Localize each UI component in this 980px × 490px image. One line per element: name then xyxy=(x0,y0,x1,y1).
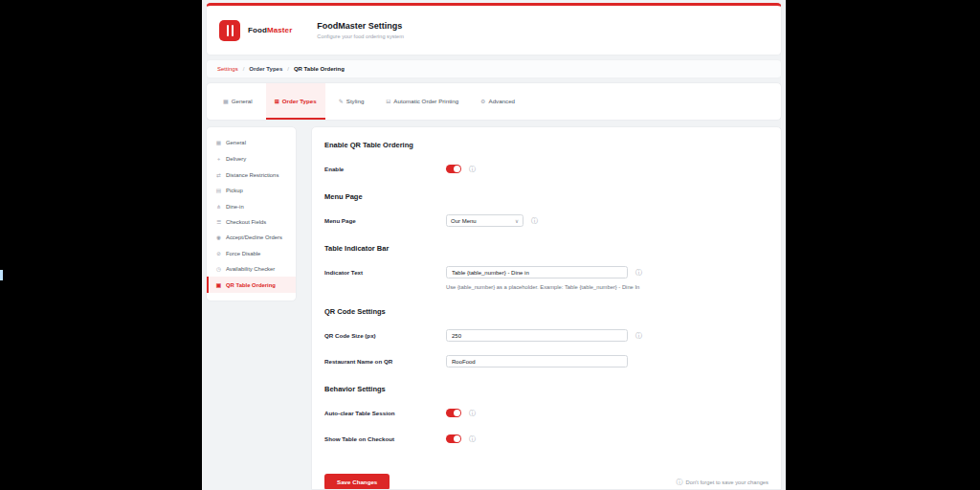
info-icon[interactable]: ⓘ xyxy=(635,269,642,276)
sidebar-item-availability-checker[interactable]: ◷ Availability Checker xyxy=(207,261,296,277)
indicator-text-input[interactable] xyxy=(446,266,628,278)
field-label: Show Table on Checkout xyxy=(324,435,446,442)
breadcrumb: Settings / Order Types / QR Table Orderi… xyxy=(206,59,782,78)
sidebar-item-label: Pickup xyxy=(226,188,243,193)
section-title-qr-code-settings: QR Code Settings xyxy=(324,307,768,316)
field-label: Restaurant Name on QR xyxy=(324,358,446,365)
page-title: FoodMaster Settings xyxy=(317,21,403,31)
field-label: Enable xyxy=(324,166,446,172)
field-label: QR Code Size (px) xyxy=(324,332,446,339)
brand-name: FoodMaster xyxy=(248,26,292,34)
field-auto-clear: Auto-clear Table Session ⓘ xyxy=(324,407,768,419)
section-title-table-indicator-bar: Table Indicator Bar xyxy=(324,244,768,253)
power-icon: ⊘ xyxy=(215,251,222,256)
field-indicator-text: Indicator Text ⓘ xyxy=(324,266,768,278)
tab-label: Automatic Order Printing xyxy=(393,98,458,104)
info-icon[interactable]: ⓘ xyxy=(469,410,476,416)
tab-styling[interactable]: ✎ Styling xyxy=(330,83,373,120)
sidebar-item-pickup[interactable]: ▤ Pickup xyxy=(207,183,296,198)
sidebar-item-label: Accept/Decline Orders xyxy=(226,234,282,240)
panel-footer: Save Changes ⓘ Don't forget to save your… xyxy=(324,474,768,490)
utensils-icon xyxy=(227,25,229,36)
pin-icon: ⌖ xyxy=(215,156,222,163)
enable-toggle[interactable] xyxy=(446,165,461,173)
settings-tabs: ▦ General ⊞ Order Types ✎ Styling ⊟ Auto… xyxy=(206,82,782,121)
sidebar-item-accept-decline-orders[interactable]: ◉ Accept/Decline Orders xyxy=(207,230,296,245)
section-title-menu-page: Menu Page xyxy=(324,192,768,201)
qr-code-size-input[interactable] xyxy=(446,329,628,342)
save-reminder-text: Don't forget to save your changes xyxy=(685,479,768,485)
sidebar-item-label: QR Table Ordering xyxy=(226,282,276,288)
viewport-edge-marker xyxy=(0,270,3,280)
tab-advanced[interactable]: ⚙ Advanced xyxy=(472,83,523,120)
sidebar-item-delivery[interactable]: ⌖ Delivery xyxy=(207,150,296,167)
truck-icon: ⇄ xyxy=(215,172,222,178)
save-reminder: ⓘ Don't forget to save your changes xyxy=(676,479,768,485)
tab-automatic-order-printing[interactable]: ⊟ Automatic Order Printing xyxy=(377,83,467,120)
field-label: Auto-clear Table Session xyxy=(324,410,446,416)
chevron-down-icon: ∨ xyxy=(515,218,519,224)
grid-icon: ▦ xyxy=(223,98,229,104)
grid-icon: ▦ xyxy=(215,140,222,145)
qr-code-icon: ▣ xyxy=(215,282,222,288)
menu-page-select[interactable]: Our Menu ∨ xyxy=(446,214,523,227)
field-label: Indicator Text xyxy=(324,269,446,276)
tab-label: Styling xyxy=(346,98,365,104)
show-table-toggle[interactable] xyxy=(446,434,461,443)
save-changes-button[interactable]: Save Changes xyxy=(324,474,390,490)
cart-icon: ⊞ xyxy=(275,98,279,104)
info-icon[interactable]: ⓘ xyxy=(531,217,538,224)
info-icon[interactable]: ⓘ xyxy=(469,166,476,172)
sidebar-item-label: General xyxy=(226,140,246,145)
clock-icon: ◷ xyxy=(215,266,222,272)
tab-label: Order Types xyxy=(282,98,317,104)
breadcrumb-settings[interactable]: Settings xyxy=(217,66,238,72)
settings-page: FoodMaster FoodMaster Settings Configure… xyxy=(202,0,786,490)
auto-clear-toggle[interactable] xyxy=(446,409,461,417)
field-label: Menu Page xyxy=(324,217,446,224)
field-qr-code-size: QR Code Size (px) ⓘ xyxy=(324,329,768,342)
selected-option: Our Menu xyxy=(451,218,477,224)
sidebar-item-label: Force Disable xyxy=(226,251,260,256)
info-icon: ⓘ xyxy=(676,479,682,485)
field-restaurant-name: Restaurant Name on QR xyxy=(324,355,768,368)
sidebar-item-label: Availability Checker xyxy=(226,266,275,272)
info-icon[interactable]: ⓘ xyxy=(635,332,642,339)
tab-label: General xyxy=(232,98,253,104)
breadcrumb-separator: / xyxy=(243,66,245,72)
field-enable: Enable ⓘ xyxy=(324,163,768,175)
breadcrumb-current: QR Table Ordering xyxy=(294,66,345,72)
field-menu-page: Menu Page Our Menu ∨ ⓘ xyxy=(324,214,768,227)
sidebar-item-label: Distance Restrictions xyxy=(226,172,278,178)
tab-label: Advanced xyxy=(489,98,516,104)
sidebar-item-checkout-fields[interactable]: ☰ Checkout Fields xyxy=(207,214,296,230)
sidebar-item-force-disable[interactable]: ⊘ Force Disable xyxy=(207,246,296,261)
page-subtitle: Configure your food ordering system xyxy=(317,33,403,39)
tab-order-types[interactable]: ⊞ Order Types xyxy=(266,83,325,120)
sidebar-item-label: Checkout Fields xyxy=(226,219,266,225)
sidebar-item-qr-table-ordering[interactable]: ▣ QR Table Ordering xyxy=(207,277,296,292)
indicator-helper-text: Use {table_number} as a placeholder. Exa… xyxy=(446,284,768,290)
header-title-block: FoodMaster Settings Configure your food … xyxy=(317,21,403,39)
utensils-icon xyxy=(232,25,234,36)
app-header: FoodMaster FoodMaster Settings Configure… xyxy=(206,3,782,56)
brush-icon: ✎ xyxy=(339,98,344,104)
field-show-table: Show Table on Checkout ⓘ xyxy=(324,433,768,445)
breadcrumb-order-types[interactable]: Order Types xyxy=(249,66,282,72)
breadcrumb-separator: / xyxy=(287,66,289,72)
section-title-behavior-settings: Behavior Settings xyxy=(324,385,768,393)
tab-general[interactable]: ▦ General xyxy=(214,83,261,120)
foodmaster-logo xyxy=(219,20,240,41)
restaurant-name-input[interactable] xyxy=(446,355,628,368)
sidebar-item-distance-restrictions[interactable]: ⇄ Distance Restrictions xyxy=(207,167,296,183)
printer-icon: ⊟ xyxy=(386,98,390,104)
sidebar-item-label: Dine-in xyxy=(226,204,244,210)
info-icon[interactable]: ⓘ xyxy=(469,435,476,442)
wrench-icon: ⚙ xyxy=(480,98,485,104)
sidebar-item-general[interactable]: ▦ General xyxy=(207,135,296,150)
list-icon: ☰ xyxy=(215,219,222,225)
sidebar-item-label: Delivery xyxy=(226,156,246,162)
check-circle-icon: ◉ xyxy=(215,234,222,240)
bag-icon: ▤ xyxy=(215,188,222,193)
sidebar-item-dine-in[interactable]: ⋔ Dine-in xyxy=(207,199,296,214)
